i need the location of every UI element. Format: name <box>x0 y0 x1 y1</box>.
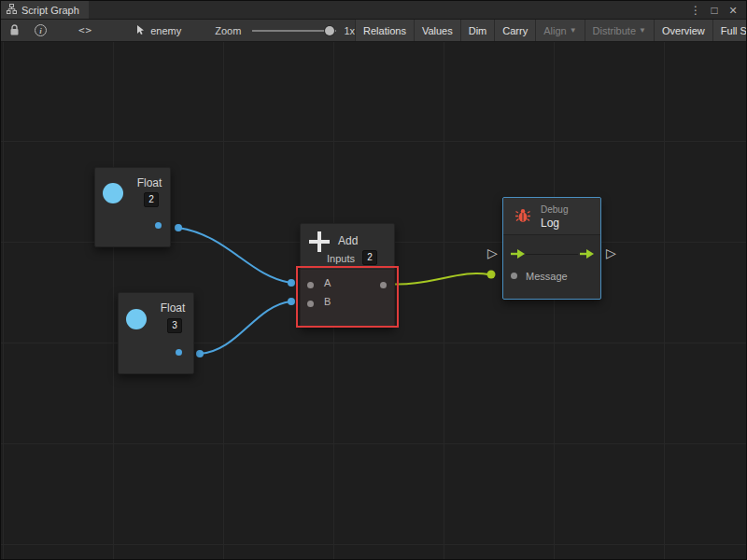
window-controls: ⋮ □ ✕ <box>688 1 746 19</box>
close-button[interactable]: ✕ <box>726 2 740 19</box>
dim-button[interactable]: Dim <box>460 20 495 41</box>
inputs-label: Inputs <box>327 253 355 264</box>
values-button[interactable]: Values <box>414 20 460 41</box>
info-icon[interactable]: i <box>30 21 51 40</box>
graph-name-label: enemy <box>150 25 181 36</box>
graph-toolbar: i <> enemy Zoom 1x Relations Valu <box>1 20 746 42</box>
flow-exit-triangle[interactable]: ▷ <box>606 246 616 259</box>
carry-button[interactable]: Carry <box>494 20 535 41</box>
align-dropdown[interactable]: Align ▼ <box>535 20 584 41</box>
debug-log-node[interactable]: Debug Log Message <box>502 197 601 300</box>
zoom-label: Zoom <box>215 25 241 36</box>
flow-connector-line <box>526 254 578 255</box>
float-node-2[interactable]: Float 3 <box>118 292 194 374</box>
titlebar: Script Graph ⋮ □ ✕ <box>1 1 746 20</box>
float-output-port[interactable] <box>155 222 162 229</box>
wire-float1-to-add-a <box>178 228 290 283</box>
chevron-down-icon: ▼ <box>639 26 646 35</box>
relations-button[interactable]: Relations <box>355 20 414 41</box>
maximize-button[interactable]: □ <box>707 2 722 19</box>
wire-endpoint-add-b[interactable] <box>288 298 295 305</box>
node-title: Add <box>338 234 358 247</box>
tab-title: Script Graph <box>21 5 79 16</box>
zoom-slider-track[interactable] <box>252 30 336 32</box>
inputs-count-field[interactable]: 2 <box>362 250 377 265</box>
float-value-field[interactable]: 2 <box>144 192 159 207</box>
overview-button[interactable]: Overview <box>654 20 712 41</box>
float-type-icon <box>103 183 123 203</box>
node-category: Debug <box>541 204 568 215</box>
wire-add-to-log-message <box>388 273 488 285</box>
graph-canvas[interactable]: Float 2 Float 3 Add Inputs 2 A B <box>1 42 747 560</box>
float-output-port[interactable] <box>176 349 182 356</box>
window-menu-button[interactable]: ⋮ <box>688 2 703 19</box>
tab-script-graph[interactable]: Script Graph <box>1 1 89 19</box>
chevron-down-icon: ▼ <box>570 26 577 35</box>
bug-icon <box>514 207 531 227</box>
zoom-control: Zoom 1x <box>215 25 355 36</box>
distribute-dropdown[interactable]: Distribute ▼ <box>585 20 654 41</box>
wire-endpoint-add-a[interactable] <box>288 279 295 287</box>
message-label: Message <box>526 271 568 282</box>
log-node-header: Debug Log <box>503 198 600 235</box>
float-type-icon <box>126 309 147 329</box>
wire-float2-to-add-b <box>200 301 290 354</box>
zoom-slider-handle[interactable] <box>325 26 334 35</box>
zoom-slider[interactable] <box>252 25 336 36</box>
add-icon <box>309 231 330 252</box>
node-title: Log <box>541 217 559 230</box>
node-title: Float <box>152 301 193 315</box>
graph-reference[interactable]: enemy <box>134 24 181 37</box>
float-value-field[interactable]: 3 <box>167 318 182 333</box>
toolbar-buttons: Relations Values Dim Carry Align ▼ Distr… <box>355 20 747 41</box>
message-input-port[interactable] <box>511 273 517 279</box>
pointer-icon <box>134 24 146 37</box>
code-icon[interactable]: <> <box>74 21 97 40</box>
wire-endpoint-float1[interactable] <box>175 224 182 231</box>
fullscreen-button[interactable]: Full Screen <box>712 20 747 41</box>
flow-output-port[interactable] <box>580 248 595 259</box>
wire-endpoint-log-message[interactable] <box>487 271 496 279</box>
graph-tab-icon <box>7 4 17 16</box>
float-node-1[interactable]: Float 2 <box>94 167 171 247</box>
lock-icon[interactable] <box>5 21 24 40</box>
flow-input-port[interactable] <box>511 248 526 259</box>
script-graph-window: Script Graph ⋮ □ ✕ i <> enemy <box>0 0 747 560</box>
zoom-value: 1x <box>344 25 355 36</box>
selection-highlight-box <box>296 266 399 328</box>
wire-endpoint-float2[interactable] <box>196 350 204 357</box>
node-title: Float <box>129 176 170 189</box>
flow-entry-triangle[interactable]: ▷ <box>487 246 498 259</box>
